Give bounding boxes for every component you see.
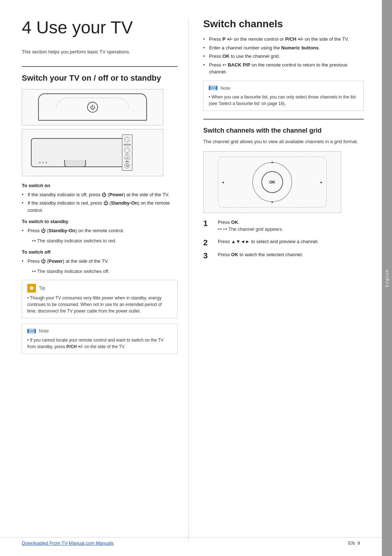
tip-text: • Though your TV consumes very little po…: [27, 295, 172, 314]
step-2: 2 Press ▲▼◄► to select and preview a cha…: [203, 238, 364, 247]
intro-text: This section helps you perform basic TV …: [22, 48, 177, 56]
tv-ctrl-plus: +: [124, 137, 130, 142]
channel-grid-image: ▲ ▼ ◄ ► OK: [203, 151, 341, 213]
switch-on-label: To switch on: [22, 183, 177, 188]
note-icon: [27, 329, 36, 333]
tv-ctrl-power: ⏻: [124, 163, 130, 168]
step-1-arrow: ↦ The channel grid appears.: [218, 226, 364, 233]
right-note-box: Note • When you use a favourite list, yo…: [203, 81, 364, 111]
step-num-1: 1: [203, 219, 215, 228]
step-2-text: Press ▲▼◄► to select and preview a chann…: [218, 239, 319, 244]
note-text: • If you cannot locate your remote contr…: [27, 337, 172, 350]
tv-dot: [45, 162, 47, 164]
note-icon-lines: [29, 329, 34, 333]
step-num-3: 3: [203, 251, 215, 261]
tv-ctrl-divider2: [125, 161, 129, 162]
list-item: If the standby indicator is red, press ⏻…: [22, 200, 177, 214]
tip-box: ✱ Tip • Though your TV consumes very lit…: [22, 280, 177, 318]
tv-dot: [42, 162, 44, 164]
tv-ctrl-minus: −: [124, 148, 130, 153]
note-line: [29, 332, 34, 333]
tv-top-image: ⏻: [22, 89, 163, 125]
tv-ctrl-vol: ⊕: [124, 155, 130, 160]
right-note-header: Note: [209, 85, 358, 92]
note-line: [210, 86, 216, 87]
switch-on-bullets: If the standby indicator is off, press ⏻…: [22, 191, 177, 214]
tv-dots: [39, 162, 47, 164]
step-2-content: Press ▲▼◄► to select and preview a chann…: [218, 238, 364, 245]
ok-button: OK: [261, 171, 283, 193]
tv-side-controls: + P/CH − ⊕ ⏻: [122, 134, 132, 171]
footer-page: EN 9: [348, 540, 360, 546]
step-3: 3 Press OK to watch the selected channel…: [203, 251, 364, 261]
list-item: Press P +/- on the remote control or P/C…: [203, 36, 364, 43]
note-box: Note • If you cannot locate your remote …: [22, 323, 177, 354]
list-item: Press ⏻ (Power) at the side of the TV.: [22, 258, 177, 265]
side-tab: English: [382, 0, 392, 556]
left-section-title: Switch your TV on / off or to standby: [22, 73, 177, 83]
tv-stand: [64, 160, 86, 167]
switch-off-bullets: Press ⏻ (Power) at the side of the TV.: [22, 258, 177, 265]
nav-arrow-up-icon: ▲: [270, 160, 274, 164]
note-line: [210, 89, 216, 90]
tip-header: ✱ Tip: [27, 284, 172, 293]
note-line: [29, 329, 34, 330]
right-column: Switch channels Press P +/- on the remot…: [189, 18, 364, 541]
footer-link[interactable]: Downloaded From TV-Manual.com Manuals: [22, 540, 114, 546]
tv-images: ⏻ +: [22, 89, 177, 176]
list-item: If the standby indicator is off, press ⏻…: [22, 191, 177, 198]
channel-bullets: Press P +/- on the remote control or P/C…: [203, 36, 364, 76]
nav-arrow-down-icon: ▼: [270, 200, 274, 204]
list-item: Press ↩ BACK P/P on the remote control t…: [203, 61, 364, 76]
tv-ctrl-label: P/CH: [124, 143, 131, 146]
step-1-content: Press OK. ↦ The channel grid appears.: [218, 219, 364, 234]
list-item: Press OK to use the channel grid.: [203, 53, 364, 60]
steps-list: 1 Press OK. ↦ The channel grid appears. …: [203, 219, 364, 261]
step-3-text: Press OK to watch the selected channel.: [218, 252, 303, 257]
tip-icon: ✱: [27, 284, 36, 293]
switch-off-label: To switch off: [22, 249, 177, 255]
remote-ok-shape: ▲ ▼ ◄ ► OK: [218, 157, 327, 208]
list-item: Press ⏻ (Standby-On) on the remote contr…: [22, 227, 177, 234]
side-tab-label: English: [385, 269, 389, 287]
tv-body: + P/CH − ⊕ ⏻: [31, 138, 125, 167]
left-column: 4 Use your TV This section helps you per…: [22, 18, 189, 541]
right-note-icon-lines: [210, 86, 216, 90]
note-header: Note: [27, 327, 172, 335]
step-num-2: 2: [203, 238, 215, 247]
standby-arrow: The standby indicator switches to red.: [22, 237, 177, 245]
tv-top-shape: ⏻: [38, 93, 147, 121]
main-content: 4 Use your TV This section helps you per…: [0, 0, 382, 556]
note-line: [29, 331, 34, 331]
right-note-text: • When you use a favourite list, you can…: [209, 94, 358, 107]
footer: Downloaded From TV-Manual.com Manuals EN…: [0, 537, 382, 546]
right-section-title: Switch channels: [203, 18, 364, 30]
tv-side-shape: + P/CH − ⊕ ⏻: [31, 134, 154, 171]
tv-side-image: + P/CH − ⊕ ⏻: [22, 129, 163, 176]
note-line: [210, 88, 216, 88]
switch-standby-label: To switch to standby: [22, 219, 177, 224]
step-1-text: Press OK.: [218, 219, 240, 225]
note-label: Note: [39, 327, 49, 335]
tv-dot: [39, 162, 41, 164]
section-divider: [22, 66, 177, 67]
right-note-label: Note: [220, 85, 230, 92]
right-note-icon: [209, 86, 217, 90]
step-3-content: Press OK to watch the selected channel.: [218, 251, 364, 258]
chapter-title: 4 Use your TV: [22, 18, 177, 37]
right-divider: [203, 119, 364, 120]
channel-grid-title: Switch channels with the channel grid: [203, 127, 364, 134]
nav-arrow-right-icon: ►: [320, 180, 323, 184]
nav-arrow-left-icon: ◄: [221, 180, 225, 184]
off-arrow: The standby indicator switches off.: [22, 268, 177, 275]
dotted-arc: [56, 98, 129, 109]
step-1: 1 Press OK. ↦ The channel grid appears.: [203, 219, 364, 234]
tv-ctrl-divider: [125, 154, 129, 154]
page: English 4 Use your TV This section helps…: [0, 0, 392, 556]
tip-label: Tip: [39, 285, 45, 292]
switch-standby-bullets: Press ⏻ (Standby-On) on the remote contr…: [22, 227, 177, 234]
channel-grid-intro: The channel grid allows you to view all …: [203, 138, 364, 145]
list-item: Enter a channel number using the Numeric…: [203, 44, 364, 52]
